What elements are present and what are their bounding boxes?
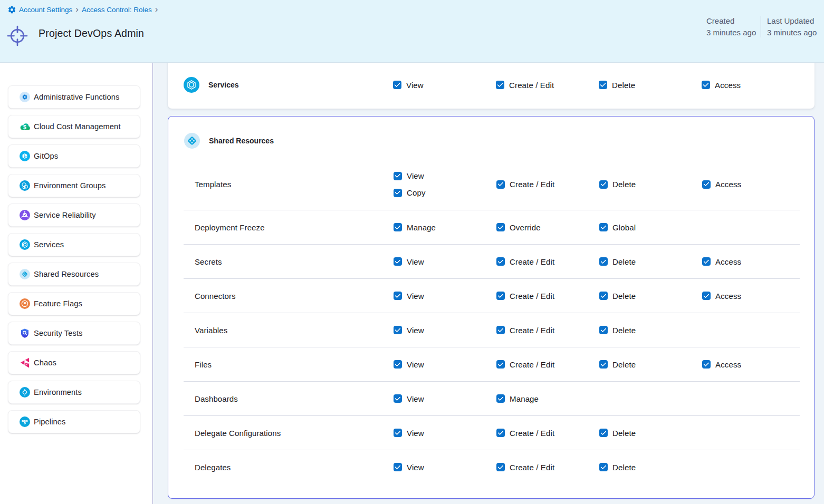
svg-text:$: $	[23, 124, 26, 130]
